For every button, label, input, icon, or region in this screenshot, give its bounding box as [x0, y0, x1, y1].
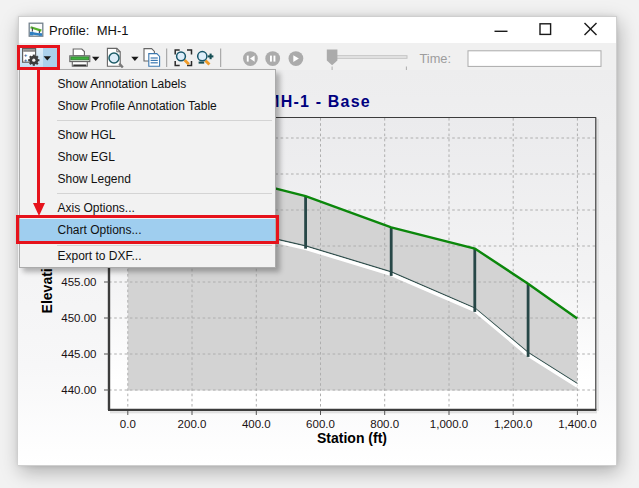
svg-text:0.0: 0.0 — [120, 418, 136, 430]
svg-text:1,400.0: 1,400.0 — [558, 418, 596, 430]
svg-text:200.0: 200.0 — [178, 418, 207, 430]
svg-text:Time:: Time: — [420, 51, 452, 66]
svg-text:400.0: 400.0 — [242, 418, 271, 430]
svg-text:600.0: 600.0 — [306, 418, 335, 430]
svg-text:Station (ft): Station (ft) — [317, 430, 387, 446]
svg-text:455.00: 455.00 — [61, 276, 96, 288]
svg-text:450.00: 450.00 — [61, 312, 96, 324]
svg-text:1,200.0: 1,200.0 — [494, 418, 532, 430]
svg-text:800.0: 800.0 — [370, 418, 399, 430]
svg-text:440.00: 440.00 — [61, 384, 96, 396]
svg-text:1,000.0: 1,000.0 — [430, 418, 468, 430]
svg-text:445.00: 445.00 — [61, 348, 96, 360]
svg-text:MH-1 - Base: MH-1 - Base — [266, 93, 371, 110]
